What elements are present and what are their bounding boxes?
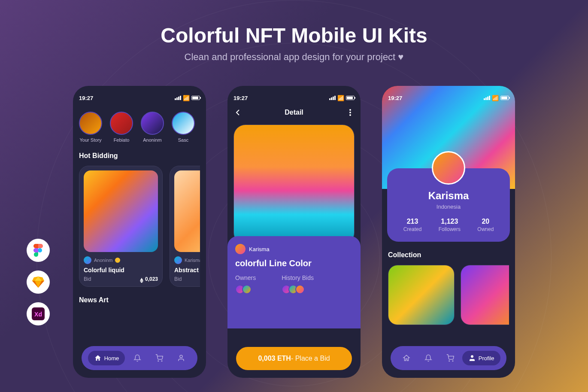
history-label: History Bids <box>282 274 314 281</box>
detail-author: Karisma <box>249 246 270 252</box>
page-subtitle: Clean and professional app design for yo… <box>0 52 588 63</box>
svg-point-4 <box>161 361 162 362</box>
stat-number: 1,123 <box>439 218 461 225</box>
status-time: 19:27 <box>233 95 248 101</box>
stat-created[interactable]: 213Created <box>403 218 422 232</box>
detail-nft-title: colorful Line Color <box>235 258 353 268</box>
status-time: 19:27 <box>388 95 402 101</box>
stat-label: Followers <box>439 226 461 232</box>
svg-point-6 <box>349 109 351 111</box>
story-item[interactable]: Febiato <box>110 112 133 143</box>
bid-label: Bid <box>174 276 182 282</box>
page-title: Colorful NFT Mobile UI Kits <box>0 24 588 47</box>
wifi-icon: 📶 <box>337 95 344 101</box>
nav-notifications[interactable] <box>418 351 438 365</box>
nav-home[interactable]: Home <box>88 351 125 365</box>
figma-icon <box>27 239 50 262</box>
svg-point-9 <box>449 361 450 362</box>
status-time: 19:27 <box>79 95 93 101</box>
news-art-title: News Art <box>79 296 200 304</box>
battery-icon <box>500 96 509 100</box>
stat-label: Owned <box>477 226 494 232</box>
avatar-icon <box>174 256 182 264</box>
avatar-icon <box>235 244 246 254</box>
nav-profile[interactable]: Profile <box>462 351 500 365</box>
author-name: Anoninm <box>94 258 112 263</box>
wifi-icon: 📶 <box>492 95 499 101</box>
story-label: Sasc <box>178 137 188 143</box>
svg-point-7 <box>349 112 351 113</box>
more-button[interactable] <box>346 108 355 117</box>
stat-followers[interactable]: 1,123Followers <box>439 218 461 232</box>
owners-avatars[interactable] <box>235 285 256 294</box>
nft-title: Colorful liquid <box>84 267 158 273</box>
bottom-nav: Home <box>82 346 197 370</box>
profile-name: Karisma <box>395 190 502 202</box>
story-label: Your Story <box>80 137 102 143</box>
collection-title: Collection <box>388 251 509 259</box>
battery-icon <box>346 96 355 100</box>
phone-detail: 19:27 📶 Detail Karisma colorful Line Col… <box>227 86 361 378</box>
nav-profile[interactable] <box>171 351 191 365</box>
bid-price: 0,003 ETH <box>258 355 291 362</box>
nft-card[interactable]: Karisma Abstract # Bid <box>170 166 200 287</box>
bid-action-label: - Place a Bid <box>291 355 330 362</box>
story-item[interactable]: Sasc <box>172 112 195 143</box>
profile-avatar[interactable] <box>432 151 465 185</box>
owners-label: Owners <box>235 274 256 281</box>
bid-value: 0,023 <box>145 276 158 282</box>
svg-point-3 <box>158 361 159 362</box>
history-avatars[interactable] <box>282 285 314 294</box>
story-item[interactable]: Anoninm <box>141 112 164 143</box>
stat-owned[interactable]: 20Owned <box>477 218 494 232</box>
nft-image <box>174 170 200 252</box>
sketch-icon <box>27 270 50 294</box>
nav-cart[interactable] <box>149 351 169 365</box>
svg-text:Xd: Xd <box>34 311 42 318</box>
nav-label: Home <box>104 355 119 362</box>
stat-number: 20 <box>477 218 494 225</box>
nav-label: Profile <box>479 355 494 362</box>
phone-profile: 19:27 📶 Karisma Indonesia 213Created 1,1… <box>382 86 515 378</box>
nft-title: Abstract # <box>174 267 200 273</box>
profile-location: Indonesia <box>395 204 502 210</box>
xd-icon: Xd <box>27 302 50 325</box>
nav-notifications[interactable] <box>127 351 147 365</box>
collection-item[interactable] <box>388 265 455 325</box>
svg-point-5 <box>180 355 182 358</box>
place-bid-button[interactable]: 0,003 ETH - Place a Bid <box>236 347 352 370</box>
wifi-icon: 📶 <box>183 95 190 101</box>
eth-icon <box>140 278 143 281</box>
story-label: Febiato <box>114 137 130 143</box>
verified-icon: ✓ <box>115 258 120 263</box>
back-button[interactable] <box>233 108 242 117</box>
nft-card[interactable]: Anoninm✓ Colorful liquid Bid0,023 <box>79 166 163 287</box>
stat-label: Created <box>403 226 422 232</box>
hot-bidding-title: Hot Bidding <box>79 152 200 160</box>
collection-item[interactable] <box>461 265 509 325</box>
story-item[interactable]: Your Story <box>79 112 102 143</box>
bottom-nav: Profile <box>391 346 506 370</box>
avatar-icon <box>84 256 91 264</box>
battery-icon <box>191 96 200 100</box>
svg-point-11 <box>471 355 473 358</box>
svg-point-0 <box>38 248 42 252</box>
status-icons: 📶 <box>175 95 200 101</box>
nft-image <box>84 170 158 252</box>
detail-nft-image <box>233 125 355 245</box>
phone-home: 19:27 📶 Your Story Febiato Anoninm Sasc … <box>73 86 206 378</box>
status-icons: 📶 <box>484 95 509 101</box>
nav-home[interactable] <box>397 351 416 365</box>
nav-cart[interactable] <box>440 351 460 365</box>
detail-title: Detail <box>285 109 303 116</box>
stat-number: 213 <box>403 218 422 225</box>
status-icons: 📶 <box>329 95 355 101</box>
author-name: Karisma <box>185 258 200 263</box>
story-label: Anoninm <box>143 137 161 143</box>
svg-point-10 <box>452 361 453 362</box>
svg-point-8 <box>349 114 351 116</box>
bid-label: Bid <box>84 276 91 282</box>
